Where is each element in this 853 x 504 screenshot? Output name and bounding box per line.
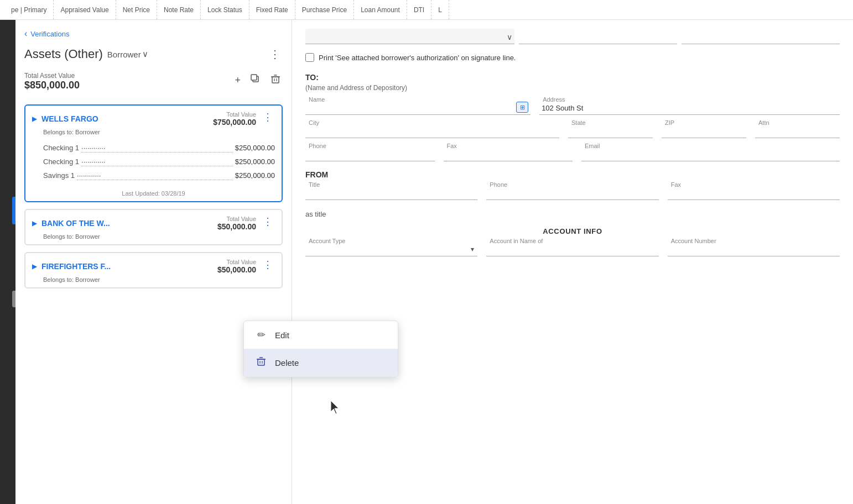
sub-item-value: $250,000.00 [235,171,275,182]
edit-label: Edit [275,330,289,340]
firefighters-header: ▶ FIREFIGHTERS F... Total Value $50,000.… [25,253,282,276]
bank-of-w-header: ▶ BANK OF THE W... Total Value $50,000.0… [25,210,282,233]
col-loan-amount: Loan Amount [354,0,407,19]
col-note-rate: Note Rate [157,0,201,19]
city-field-container: City [305,124,559,138]
back-arrow-icon: ‹ [24,29,27,39]
bank-menu-button[interactable]: ⋮ [261,111,275,123]
account-number-field-container: Account Number [668,242,840,256]
borrower-dropdown[interactable]: Borrower ∨ [107,49,148,59]
page-more-options-button[interactable]: ⋮ [267,45,283,63]
phone-fax-email-row: Phone Fax Email [305,147,840,161]
bank-of-w-card: ▶ BANK OF THE W... Total Value $50,000.0… [24,209,283,245]
from-phone-input[interactable] [486,186,658,200]
total-value: $50,000.00 [217,222,256,231]
col-l: L [431,0,449,19]
name-address-row: Name ⊞ Address [305,101,840,115]
borrower-label: Borrower [107,50,141,59]
zip-label: ZIP [664,119,675,126]
chevron-down-icon: ∨ [142,49,148,59]
phone-label: Phone [308,143,327,149]
city-label: City [308,119,320,126]
attn-label: Attn [757,119,771,126]
sidebar-strip [0,20,15,504]
from-fax-field-container: Fax [668,186,840,200]
column-header-bar: pe | Primary Appraised Value Net Price N… [0,0,853,20]
total-value: $50,000.00 [217,265,256,274]
add-asset-button[interactable]: + [232,72,243,88]
account-number-label: Account Number [670,238,717,244]
to-section: TO: (Name and Address of Depository) Nam… [305,73,840,161]
title-note-text: as title [305,210,326,218]
col-net-price: Net Price [116,0,157,19]
bank-owner: Belongs to: Borrower [37,129,282,140]
delete-menu-item[interactable]: Delete [244,349,398,377]
left-panel: ‹ Verifications Assets (Other) Borrower … [15,20,292,504]
delete-asset-button[interactable] [268,72,283,89]
right-panel: ∨ Print 'See attached borrower's authori… [292,20,853,504]
from-fax-input[interactable] [668,186,840,200]
col-dti: DTI [407,0,431,19]
bank-name: BANK OF THE W... [41,219,110,228]
last-updated: Last Updated: 03/28/19 [25,188,282,201]
sub-item: Savings 1 ············ $250,000.00 [43,170,275,183]
city-input[interactable] [305,124,559,138]
breadcrumb[interactable]: ‹ Verifications [24,29,283,39]
wells-fargo-card: ▶ WELLS FARGO Total Value $750,000.00 ⋮ … [24,104,283,202]
bank-menu-button[interactable]: ⋮ [261,216,275,228]
from-title-field-container: Title [305,186,477,200]
name-input[interactable] [305,101,530,115]
email-field-container: Email [581,147,840,161]
authorization-label: Print 'See attached borrower's authoriza… [319,54,516,62]
total-value: $750,000.00 [213,118,256,127]
svg-rect-7 [258,359,264,365]
breadcrumb-label: Verifications [30,30,69,38]
total-value-label: Total Value [213,111,256,118]
address-field-container: Address [539,101,840,115]
address-input[interactable] [539,101,840,115]
from-section: FROM Title Phone Fax as title [305,170,840,223]
col-fixed-rate: Fixed Rate [249,0,295,19]
name-lookup-icon[interactable]: ⊞ [516,102,528,113]
col-purchase-price: Purchase Price [295,0,354,19]
dots-separator: ············ [77,171,233,180]
expand-icon[interactable]: ▶ [32,115,37,123]
total-asset-block: Total Asset Value $850,000.00 [24,72,80,91]
from-fax-label: Fax [670,181,682,188]
from-title-phone-fax-row: Title Phone Fax [305,186,840,200]
bank-sub-items: Checking 1 ············ $250,000.00 Chec… [25,140,282,188]
authorization-checkbox[interactable] [305,53,314,62]
address-label: Address [542,96,566,103]
account-name-label: Account in Name of [488,238,544,244]
svg-rect-1 [251,75,257,80]
expand-icon[interactable]: ▶ [32,219,37,227]
phone-field-container: Phone [305,147,435,161]
from-title-input[interactable] [305,186,477,200]
col-appraised: Appraised Value [54,0,116,19]
dots-separator: ············ [81,144,233,153]
fax-input[interactable] [444,147,573,161]
to-sublabel: (Name and Address of Depository) [305,84,840,92]
page-title-text: Assets (Other) [24,47,103,61]
account-info-section: ACCOUNT INFO Account Type Checking Savin… [305,227,840,256]
account-name-field-container: Account in Name of [486,242,658,256]
attn-field-container: Attn [755,124,840,138]
firefighters-menu-button[interactable]: ⋮ [261,259,275,271]
sub-item-value: $250,000.00 [235,144,275,154]
sub-item-name: Savings 1 [43,171,75,182]
expand-icon[interactable]: ▶ [32,262,37,270]
total-value-label: Total Value [217,216,256,222]
sub-item: Checking 1 ············ $250,000.00 [43,156,275,170]
bank-owner: Belongs to: Borrower [37,276,282,287]
email-input[interactable] [581,147,840,161]
edit-menu-item[interactable]: ✏ Edit [244,321,398,349]
fax-label: Fax [446,143,458,149]
bank-name: FIREFIGHTERS F... [41,262,111,271]
account-type-field-container: Account Type Checking Savings Money Mark… [305,242,477,256]
state-label: State [570,119,587,126]
delete-icon [255,356,267,369]
col-lock-status: Lock Status [201,0,249,19]
copy-asset-button[interactable] [248,72,263,89]
from-title-label: Title [308,181,321,188]
zip-field-container: ZIP [662,124,746,138]
